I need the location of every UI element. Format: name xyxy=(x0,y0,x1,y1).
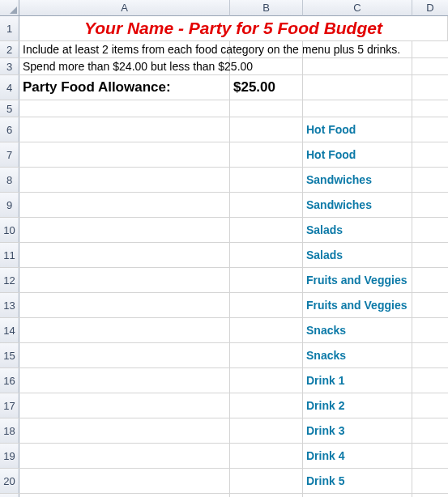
cell-b[interactable] xyxy=(230,243,303,267)
cell-d[interactable] xyxy=(412,444,448,468)
cell-b[interactable] xyxy=(230,343,303,367)
cell-b5[interactable] xyxy=(230,100,303,117)
cell-d[interactable] xyxy=(412,343,448,367)
cell-b[interactable] xyxy=(230,418,303,443)
category-cell[interactable]: Drink 3 xyxy=(303,418,412,443)
row-header[interactable]: 15 xyxy=(0,343,19,367)
cell-a[interactable] xyxy=(19,243,230,267)
cell-a[interactable] xyxy=(19,168,230,192)
category-cell[interactable]: Drink 2 xyxy=(303,393,412,418)
cell-c4[interactable] xyxy=(303,75,412,100)
allowance-value-cell[interactable]: $25.00 xyxy=(230,75,303,100)
cell-a3[interactable]: Spend more than $24.00 but less than $25… xyxy=(19,58,230,74)
col-header-c[interactable]: C xyxy=(303,0,412,16)
cell-d[interactable] xyxy=(412,368,448,393)
cell-b[interactable] xyxy=(230,318,303,342)
title-cell[interactable]: Your Name - Party for 5 Food Budget xyxy=(19,16,448,40)
cell-a[interactable] xyxy=(19,393,230,418)
cell-a[interactable] xyxy=(19,444,230,468)
row-header[interactable]: 21 xyxy=(0,494,19,497)
cell-b[interactable] xyxy=(230,193,303,217)
cell-a[interactable] xyxy=(19,343,230,367)
row-header[interactable]: 9 xyxy=(0,193,19,217)
category-cell[interactable]: Sandwiches xyxy=(303,193,412,217)
cell-a[interactable] xyxy=(19,368,230,393)
cell-b[interactable] xyxy=(230,142,303,167)
category-cell[interactable]: Sandwiches xyxy=(303,168,412,192)
allowance-label-cell[interactable]: Party Food Allowance: xyxy=(19,75,230,100)
cell-b[interactable] xyxy=(230,117,303,142)
cell-b[interactable] xyxy=(230,494,303,497)
row-header[interactable]: 5 xyxy=(0,100,19,117)
cell-c2[interactable] xyxy=(303,41,412,57)
row-header[interactable]: 17 xyxy=(0,393,19,418)
cell-a[interactable] xyxy=(19,494,230,497)
row-header[interactable]: 14 xyxy=(0,318,19,342)
row-header[interactable]: 18 xyxy=(0,418,19,443)
category-cell[interactable]: Hot Food xyxy=(303,142,412,167)
col-header-d[interactable]: D xyxy=(412,0,448,16)
cell-d[interactable] xyxy=(412,117,448,142)
cell-a[interactable] xyxy=(19,142,230,167)
cell-d3[interactable] xyxy=(412,58,448,74)
category-cell[interactable]: Hot Food xyxy=(303,117,412,142)
row-header[interactable]: 10 xyxy=(0,218,19,242)
row-header[interactable]: 19 xyxy=(0,444,19,468)
category-cell[interactable]: Snacks xyxy=(303,318,412,342)
cell-d[interactable] xyxy=(412,494,448,497)
cell-a[interactable] xyxy=(19,418,230,443)
cell-a[interactable] xyxy=(19,318,230,342)
cell-d[interactable] xyxy=(412,218,448,242)
cell-d[interactable] xyxy=(412,168,448,192)
select-all-corner[interactable] xyxy=(0,0,19,16)
category-cell[interactable]: Snacks xyxy=(303,343,412,367)
row-header[interactable]: 12 xyxy=(0,268,19,292)
cell-b[interactable] xyxy=(230,469,303,493)
category-cell[interactable]: Drink 1 xyxy=(303,368,412,393)
cell-a[interactable] xyxy=(19,293,230,317)
cell-d[interactable] xyxy=(412,293,448,317)
category-cell[interactable]: Salads xyxy=(303,218,412,242)
category-cell[interactable]: Fruits and Veggies xyxy=(303,293,412,317)
row-header[interactable]: 2 xyxy=(0,41,19,57)
category-cell[interactable]: Fruits and Veggies xyxy=(303,268,412,292)
cell-d4[interactable] xyxy=(412,75,448,100)
cell-b2[interactable] xyxy=(230,41,303,57)
cell-b[interactable] xyxy=(230,268,303,292)
cell-d2[interactable] xyxy=(412,41,448,57)
cell-a[interactable] xyxy=(19,469,230,493)
cell-a[interactable] xyxy=(19,117,230,142)
cell-c[interactable] xyxy=(303,494,412,497)
cell-b[interactable] xyxy=(230,393,303,418)
cell-d[interactable] xyxy=(412,142,448,167)
row-header[interactable]: 8 xyxy=(0,168,19,192)
category-cell[interactable]: Drink 4 xyxy=(303,444,412,468)
cell-a[interactable] xyxy=(19,193,230,217)
cell-a2[interactable]: Include at least 2 items from each food … xyxy=(19,41,230,57)
cell-d[interactable] xyxy=(412,393,448,418)
cell-b3[interactable] xyxy=(230,58,303,74)
row-header[interactable]: 1 xyxy=(0,16,19,40)
cell-a5[interactable] xyxy=(19,100,230,117)
cell-d[interactable] xyxy=(412,418,448,443)
col-header-b[interactable]: B xyxy=(230,0,303,16)
row-header[interactable]: 7 xyxy=(0,142,19,167)
category-cell[interactable]: Drink 5 xyxy=(303,469,412,493)
col-header-a[interactable]: A xyxy=(19,0,230,16)
cell-b[interactable] xyxy=(230,368,303,393)
row-header[interactable]: 13 xyxy=(0,293,19,317)
category-cell[interactable]: Salads xyxy=(303,243,412,267)
row-header[interactable]: 3 xyxy=(0,58,19,74)
row-header[interactable]: 20 xyxy=(0,469,19,493)
row-header[interactable]: 16 xyxy=(0,368,19,393)
row-header[interactable]: 11 xyxy=(0,243,19,267)
cell-d[interactable] xyxy=(412,318,448,342)
cell-d5[interactable] xyxy=(412,100,448,117)
cell-b[interactable] xyxy=(230,444,303,468)
cell-b[interactable] xyxy=(230,218,303,242)
cell-d[interactable] xyxy=(412,268,448,292)
cell-d[interactable] xyxy=(412,469,448,493)
cell-a[interactable] xyxy=(19,268,230,292)
row-header[interactable]: 4 xyxy=(0,75,19,100)
row-header[interactable]: 6 xyxy=(0,117,19,142)
